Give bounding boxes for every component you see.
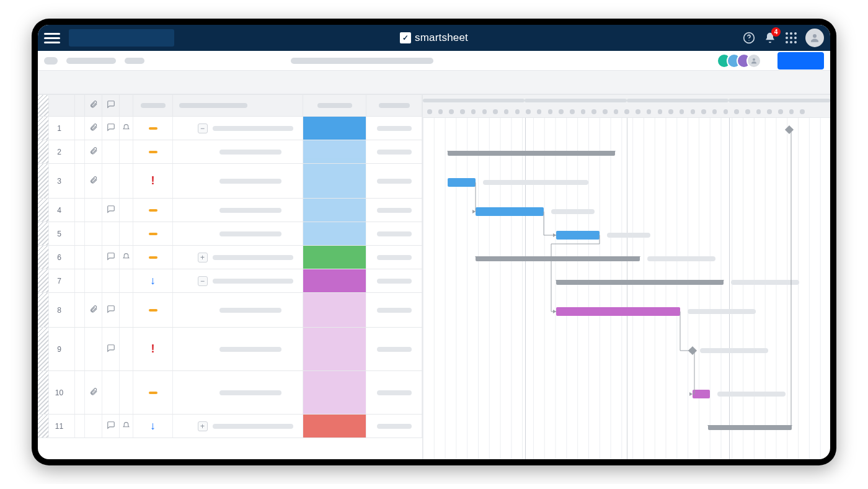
end-cell[interactable] [366,328,422,370]
status-cell[interactable] [133,140,173,163]
row-number[interactable]: 6 [49,246,75,269]
task-name-cell[interactable] [173,371,303,414]
gantt-task-bar[interactable] [693,390,710,398]
task-name-cell[interactable] [173,328,303,370]
task-name-cell[interactable]: − [173,117,303,140]
task-name-cell[interactable] [173,293,303,327]
status-cell[interactable] [133,199,173,222]
end-cell[interactable] [366,371,422,414]
collapse-icon[interactable]: − [198,276,208,286]
comment-icon[interactable] [107,305,115,316]
task-name-cell[interactable]: − [173,269,303,292]
comment-icon[interactable] [107,421,115,432]
task-name-cell[interactable]: + [173,246,303,269]
help-icon[interactable] [742,31,756,45]
end-cell[interactable] [366,269,422,292]
category-cell[interactable] [303,371,366,414]
back-button[interactable] [44,57,58,65]
category-cell[interactable] [303,246,366,269]
category-cell[interactable] [303,269,366,292]
row-number[interactable]: 8 [49,293,75,327]
timeline-header[interactable] [423,94,830,118]
menu-icon[interactable] [44,30,60,46]
table-row[interactable]: 4 [38,199,422,222]
end-cell[interactable] [366,140,422,163]
collapse-icon[interactable]: − [198,123,208,133]
category-cell[interactable] [303,415,366,437]
category-cell[interactable] [303,328,366,370]
end-cell[interactable] [366,246,422,269]
table-row[interactable]: 8 [38,293,422,328]
notifications-button[interactable]: 4 [763,31,777,45]
end-cell[interactable] [366,117,422,140]
table-row[interactable]: 3! [38,164,422,199]
expand-icon[interactable]: + [198,253,208,262]
category-cell[interactable] [303,117,366,140]
table-row[interactable]: 5 [38,222,422,246]
task-name-cell[interactable] [173,164,303,198]
status-cell[interactable] [133,246,173,269]
category-cell[interactable] [303,293,366,327]
category-cell[interactable] [303,222,366,245]
comment-icon[interactable] [107,344,115,355]
attachment-icon[interactable] [89,305,98,316]
table-row[interactable]: 2 [38,140,422,164]
row-number[interactable]: 5 [49,222,75,245]
app-launcher-icon[interactable] [784,31,798,45]
attachment-icon[interactable] [89,176,98,187]
gantt-task-bar[interactable] [556,307,680,316]
row-number[interactable]: 7 [49,269,75,292]
attachment-icon[interactable] [89,146,98,158]
table-row[interactable]: 7↓− [38,269,422,293]
gantt-task-bar[interactable] [556,231,600,240]
gantt-task-bar[interactable] [476,207,544,216]
status-cell[interactable]: ↓ [133,269,173,292]
attachment-icon[interactable] [89,387,98,398]
reminder-icon[interactable] [122,252,130,263]
comment-icon[interactable] [107,252,115,263]
expand-icon[interactable]: + [198,421,208,431]
status-cell[interactable] [133,371,173,414]
formatting-toolbar[interactable] [38,71,830,94]
task-name-cell[interactable] [173,140,303,163]
reminder-icon[interactable] [122,123,130,134]
table-row[interactable]: 10 [38,371,422,415]
table-row[interactable]: 9! [38,328,422,371]
gantt-summary-bar[interactable] [708,425,792,430]
gantt-milestone[interactable] [688,346,697,355]
gantt-summary-bar[interactable] [476,256,640,261]
status-cell[interactable] [133,117,173,140]
end-cell[interactable] [366,293,422,327]
comment-icon[interactable] [107,123,115,134]
end-cell[interactable] [366,222,422,245]
category-cell[interactable] [303,164,366,198]
end-cell[interactable] [366,415,422,437]
table-row[interactable]: 11↓+ [38,415,422,438]
sheet-title[interactable] [66,58,116,64]
table-row[interactable]: 1− [38,117,422,140]
reminder-icon[interactable] [122,421,130,432]
account-avatar[interactable] [805,29,824,47]
table-row[interactable]: 6+ [38,246,422,269]
gantt-milestone[interactable] [785,125,794,134]
gantt-pane[interactable] [422,94,830,459]
row-number[interactable]: 4 [49,199,75,222]
status-cell[interactable]: ! [133,164,173,198]
view-picker[interactable] [125,58,144,64]
gantt-summary-bar[interactable] [448,151,615,156]
category-cell[interactable] [303,199,366,222]
status-cell[interactable]: ! [133,328,173,370]
status-cell[interactable]: ↓ [133,415,173,437]
row-number[interactable]: 2 [49,140,75,163]
category-cell[interactable] [303,140,366,163]
status-cell[interactable] [133,293,173,327]
end-cell[interactable] [366,199,422,222]
end-cell[interactable] [366,164,422,198]
gantt-task-bar[interactable] [448,178,476,187]
share-button[interactable] [777,52,824,70]
row-number[interactable]: 11 [49,415,75,437]
presence-avatars[interactable] [717,53,761,68]
task-name-cell[interactable]: + [173,415,303,437]
row-number[interactable]: 3 [49,164,75,198]
status-cell[interactable] [133,222,173,245]
